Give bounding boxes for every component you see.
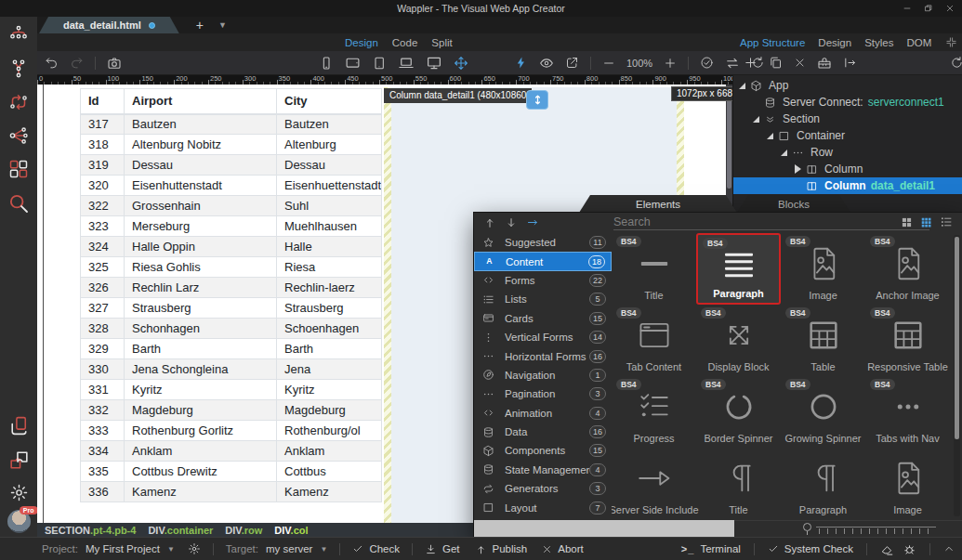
nodes-tree-icon[interactable] (7, 24, 30, 50)
table-header[interactable]: City (277, 89, 382, 114)
table-cell[interactable]: 330 (81, 359, 125, 380)
table-row[interactable]: 317BautzenBautzen (81, 114, 382, 135)
category-horizontal-forms[interactable]: Horizontal Forms16 (474, 346, 612, 365)
get-button[interactable]: Get (425, 543, 460, 555)
tree-node-app[interactable]: App (733, 77, 962, 94)
table-row[interactable]: 327StrausbergStrausberg (81, 298, 382, 319)
search-input[interactable]: Search (613, 215, 929, 230)
target-select[interactable]: my server (266, 543, 312, 554)
project-caret-icon[interactable]: ▼ (167, 545, 175, 553)
insert-inside-icon[interactable] (526, 215, 540, 229)
collapse-arrow-icon[interactable] (795, 164, 806, 174)
table-cell[interactable]: Grossenhain (125, 196, 277, 216)
table-cell[interactable]: Halle (277, 237, 382, 257)
tree-node-column[interactable]: Column (733, 161, 962, 177)
elements-scrollbar[interactable] (954, 235, 960, 516)
table-cell[interactable]: Barth (125, 339, 277, 359)
device-tablet-landscape-icon[interactable] (345, 55, 361, 71)
table-row[interactable]: 328SchonhagenSchoenhagen (81, 319, 382, 339)
table-cell[interactable]: Anklam (277, 441, 382, 462)
minimize-icon[interactable] (903, 4, 912, 13)
element-item-display-block[interactable]: BS4Display Block (696, 305, 781, 376)
table-cell[interactable]: Eisenhuettenstadt (277, 176, 382, 196)
category-generators[interactable]: Generators3 (474, 479, 612, 498)
zoom-in-icon[interactable] (664, 57, 677, 70)
search-icon[interactable] (7, 191, 31, 219)
table-cell[interactable]: Eisenhuttenstadt (125, 176, 277, 196)
data-table[interactable]: IdAirportCity317BautzenBautzen318Altenbu… (80, 88, 382, 502)
element-item-image[interactable]: BS4Image (781, 233, 865, 305)
expand-bar-icon[interactable] (943, 543, 955, 554)
table-row[interactable]: 334AnklamAnklam (81, 441, 382, 462)
table-row[interactable]: 326Rechlin LarzRechlin-laerz (81, 278, 382, 298)
scrollbar-thumb[interactable] (955, 237, 959, 439)
table-cell[interactable]: Strausberg (125, 298, 277, 319)
category-suggested[interactable]: Suggested11 (474, 233, 612, 252)
tree-node-server-connect-[interactable]: Server Connect:serverconnect1 (733, 94, 962, 111)
table-cell[interactable]: Magdeburg (125, 400, 277, 421)
device-phone-icon[interactable] (319, 56, 334, 71)
table-cell[interactable]: 322 (81, 196, 125, 216)
table-cell[interactable]: 323 (81, 216, 125, 237)
category-data[interactable]: Data16 (474, 423, 612, 441)
table-cell[interactable]: Kyritz (125, 380, 277, 400)
expand-arrow-icon[interactable] (739, 83, 750, 89)
table-cell[interactable]: 329 (81, 339, 125, 359)
category-vertical-forms[interactable]: Vertical Forms14 (474, 328, 612, 346)
table-cell[interactable]: 319 (81, 155, 125, 176)
table-cell[interactable]: Kamenz (125, 482, 277, 502)
device-laptop-icon[interactable] (398, 55, 415, 72)
duplicate-icon[interactable] (769, 56, 783, 70)
tree-node-row[interactable]: Row (733, 144, 962, 161)
table-cell[interactable]: Altenburg Nobitz (125, 135, 277, 155)
category-cards[interactable]: Cards15 (474, 309, 612, 328)
table-cell[interactable]: Jena Schongleina (125, 359, 277, 380)
table-cell[interactable]: Riesa (277, 257, 382, 278)
preview-icon[interactable] (539, 56, 554, 71)
popup-horizontal-scrollbar[interactable] (474, 520, 734, 537)
tab-split[interactable]: Split (431, 37, 452, 48)
table-cell[interactable]: 318 (81, 135, 125, 155)
new-tab-button[interactable]: + (196, 17, 204, 33)
workflow-icon[interactable] (7, 91, 30, 117)
tab-elements[interactable]: Elements (579, 195, 737, 213)
table-cell[interactable]: 327 (81, 298, 125, 319)
insert-before-icon[interactable] (483, 216, 496, 229)
table-row[interactable]: 319DessauDessau (81, 155, 382, 176)
add-element-icon[interactable] (744, 56, 758, 70)
table-cell[interactable]: Cottbus Drewitz (125, 462, 277, 482)
table-cell[interactable]: Muehlhausen (277, 216, 382, 237)
clean-icon[interactable] (880, 542, 894, 556)
element-item-table[interactable]: BS4Table (781, 305, 865, 376)
expand-arrow-icon[interactable] (767, 133, 778, 139)
table-cell[interactable]: Dessau (277, 155, 382, 176)
sync-view-icon[interactable] (725, 56, 740, 71)
share-nodes-icon[interactable] (7, 124, 30, 150)
table-row[interactable]: 335Cottbus DrewitzCottbus (81, 462, 382, 482)
table-cell[interactable]: 324 (81, 237, 125, 257)
project-select[interactable]: My First Project (86, 543, 160, 554)
breadcrumb-div-row[interactable]: DIV.row (225, 525, 262, 536)
table-header[interactable]: Airport (125, 89, 277, 114)
table-cell[interactable]: 333 (81, 421, 125, 441)
table-cell[interactable]: Bautzen (125, 114, 277, 135)
abort-button[interactable]: Abort (542, 543, 584, 554)
collapse-panel-icon[interactable] (945, 36, 957, 48)
table-cell[interactable]: 325 (81, 257, 125, 278)
table-cell[interactable]: 317 (81, 114, 125, 135)
table-cell[interactable]: Riesa Gohlis (125, 257, 277, 278)
tab-styles[interactable]: Styles (864, 37, 893, 48)
table-cell[interactable]: Suhl (277, 196, 382, 216)
project-settings-icon[interactable] (188, 542, 201, 555)
table-row[interactable]: 329BarthBarth (81, 339, 382, 359)
element-item-responsive-table[interactable]: BS4Responsive Table (865, 305, 950, 376)
table-row[interactable]: 323MerseburgMuehlhausen (81, 216, 382, 237)
device-desktop-icon[interactable] (426, 55, 442, 72)
element-item-anchor-image[interactable]: BS4Anchor Image (865, 233, 950, 305)
expand-arrow-icon[interactable] (753, 116, 764, 123)
icon-size-slider[interactable] (734, 520, 962, 537)
table-cell[interactable]: Strausberg (277, 298, 382, 319)
branch-nodes-icon[interactable] (7, 58, 30, 84)
list-view-icon[interactable] (940, 215, 953, 228)
toolbox-icon[interactable] (817, 56, 832, 71)
